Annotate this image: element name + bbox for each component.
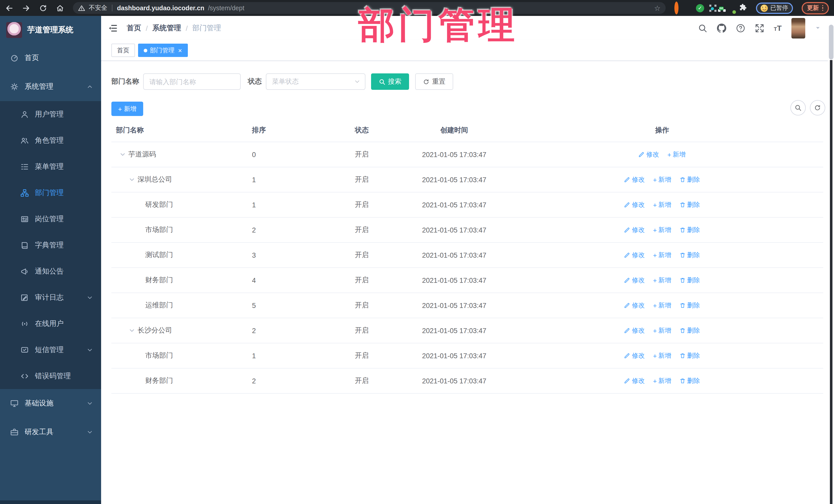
refresh-table-button[interactable] <box>810 100 825 115</box>
edit-link[interactable]: 修改 <box>638 150 659 159</box>
sidebar-item-notices[interactable]: 通知公告 <box>0 258 101 284</box>
chevron-down-icon <box>87 347 93 353</box>
edit-link[interactable]: 修改 <box>624 225 644 234</box>
add-child-link[interactable]: +新增 <box>667 150 685 159</box>
dept-name-input[interactable] <box>143 73 241 90</box>
edit-link[interactable]: 修改 <box>624 175 644 184</box>
hamburger-fold-icon[interactable] <box>108 23 117 32</box>
dept-created-time: 2021-01-05 17:03:47 <box>380 327 529 334</box>
delete-link[interactable]: 删除 <box>680 251 700 259</box>
add-department-button[interactable]: + 新增 <box>111 102 143 116</box>
sidebar-item-posts[interactable]: 岗位管理 <box>0 206 101 232</box>
expand-chevron-icon[interactable] <box>119 151 126 158</box>
dept-created-time: 2021-01-05 17:03:47 <box>380 176 529 183</box>
filter-form: 部门名称 状态 菜单状态 搜索 重置 <box>111 73 453 90</box>
add-child-link[interactable]: +新增 <box>653 175 671 184</box>
add-child-link[interactable]: +新增 <box>653 326 671 335</box>
tab-close-icon[interactable]: × <box>178 47 182 53</box>
sidebar-item-infrastructure[interactable]: 基础设施 <box>0 389 101 418</box>
sidebar-item-sms[interactable]: 短信管理 <box>0 337 101 363</box>
add-child-link[interactable]: +新增 <box>653 301 671 310</box>
add-child-link[interactable]: +新增 <box>653 276 671 285</box>
delete-link[interactable]: 删除 <box>680 225 700 234</box>
chevron-down-icon <box>87 429 93 435</box>
edit-link[interactable]: 修改 <box>624 376 644 385</box>
add-child-link[interactable]: +新增 <box>653 225 671 234</box>
sidebar-item-departments[interactable]: 部门管理 <box>0 180 101 206</box>
delete-link[interactable]: 删除 <box>680 276 700 285</box>
forward-icon[interactable] <box>22 4 30 12</box>
sidebar-item-online-users[interactable]: 在线用户 <box>0 310 101 337</box>
scrollbar-thumb[interactable] <box>829 25 833 60</box>
sidebar-item-dictionary[interactable]: 字典管理 <box>0 232 101 258</box>
expand-chevron-icon[interactable] <box>129 177 135 183</box>
edit-link[interactable]: 修改 <box>624 276 644 285</box>
dept-status: 开启 <box>344 225 380 235</box>
trash-icon <box>680 227 686 233</box>
delete-link[interactable]: 删除 <box>680 200 700 209</box>
delete-link[interactable]: 删除 <box>680 376 700 385</box>
breadcrumb-home[interactable]: 首页 <box>127 23 141 32</box>
sidebar-item-dev-tools[interactable]: 研发工具 <box>0 418 101 446</box>
search-icon[interactable] <box>698 23 707 32</box>
edit-link[interactable]: 修改 <box>624 326 644 335</box>
sidebar-item-home[interactable]: 首页 <box>0 44 101 72</box>
add-child-link[interactable]: +新增 <box>653 351 671 360</box>
add-child-link[interactable]: +新增 <box>653 200 671 209</box>
help-icon[interactable] <box>736 23 745 32</box>
browser-profile-chip[interactable]: 已暂停 <box>756 2 793 14</box>
trash-icon <box>680 302 686 308</box>
dept-sort: 2 <box>250 377 344 385</box>
plus-icon: + <box>118 106 122 112</box>
caret-down-icon[interactable] <box>815 25 821 31</box>
edit-link[interactable]: 修改 <box>624 301 644 310</box>
refresh-icon[interactable] <box>39 4 47 12</box>
avatar[interactable] <box>791 18 805 38</box>
sidebar-logo[interactable]: 芋道管理系统 <box>0 16 101 44</box>
trash-icon <box>680 202 686 208</box>
table-row: 市场部门 2 开启 2021-01-05 17:03:47 修改 +新增 删除 <box>111 218 823 243</box>
sidebar-item-audit-log[interactable]: 审计日志 <box>0 284 101 310</box>
edit-pencil-icon <box>624 327 630 334</box>
sidebar-item-system[interactable]: 系统管理 <box>0 72 101 101</box>
home-icon[interactable] <box>56 4 64 12</box>
address-bar[interactable]: 不安全 dashboard.yudao.iocoder.cn/system/de… <box>73 2 666 14</box>
extension-icon-orange-ring[interactable] <box>674 3 679 13</box>
delete-link[interactable]: 删除 <box>680 326 700 335</box>
github-icon[interactable] <box>717 23 726 32</box>
tab-home[interactable]: 首页 <box>111 44 135 57</box>
chevron-down-icon <box>354 79 360 85</box>
bookmark-star-icon[interactable]: ☆ <box>654 4 660 12</box>
toggle-search-button[interactable] <box>790 100 806 115</box>
delete-link[interactable]: 删除 <box>680 351 700 360</box>
sidebar-item-users[interactable]: 用户管理 <box>0 101 101 127</box>
edit-link[interactable]: 修改 <box>624 351 644 360</box>
expand-chevron-icon[interactable] <box>129 327 135 334</box>
extension-icon-green-check[interactable]: ✓ <box>696 4 704 12</box>
edit-link[interactable]: 修改 <box>624 200 644 209</box>
back-icon[interactable] <box>5 4 13 12</box>
delete-link[interactable]: 删除 <box>680 301 700 310</box>
status-select[interactable]: 菜单状态 <box>266 73 366 90</box>
edit-pencil-icon <box>624 302 630 308</box>
tab-departments[interactable]: 部门管理 × <box>138 44 188 57</box>
column-header-sort: 排序 <box>250 126 344 135</box>
sidebar-item-error-codes[interactable]: 错误码管理 <box>0 363 101 389</box>
delete-link[interactable]: 删除 <box>680 175 700 184</box>
edit-link[interactable]: 修改 <box>624 251 644 259</box>
dept-name: 运维部门 <box>145 301 173 310</box>
breadcrumb-system[interactable]: 系统管理 <box>152 23 181 32</box>
fullscreen-icon[interactable] <box>755 23 764 32</box>
extensions-puzzle-icon[interactable] <box>739 3 747 13</box>
sidebar-item-menus[interactable]: 菜单管理 <box>0 153 101 180</box>
reset-button[interactable]: 重置 <box>415 73 453 90</box>
browser-update-button[interactable]: 更新 <box>802 2 829 14</box>
add-child-link[interactable]: +新增 <box>653 376 671 385</box>
font-size-icon[interactable]: TT <box>774 24 782 32</box>
search-button[interactable]: 搜索 <box>371 73 409 90</box>
add-child-link[interactable]: +新增 <box>653 251 671 259</box>
edit-pencil-icon <box>624 227 630 233</box>
column-header-status: 状态 <box>344 126 380 135</box>
sidebar-item-roles[interactable]: 角色管理 <box>0 127 101 153</box>
browser-menu-dots-icon[interactable] <box>822 5 823 11</box>
